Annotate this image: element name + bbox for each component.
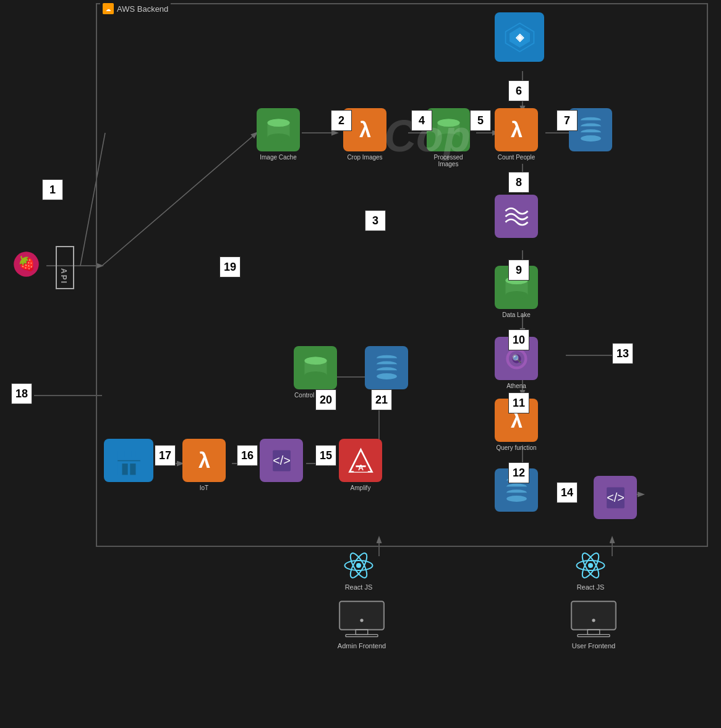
badge-5: 5 <box>470 110 491 131</box>
admin-frontend-monitor: Admin Frontend <box>337 599 386 650</box>
fargate-service <box>104 439 153 482</box>
badge-15: 15 <box>315 445 336 466</box>
amplify-label: Amplify <box>351 485 371 491</box>
raspberry-pi-icon: 🍓 <box>12 250 40 278</box>
svg-point-46 <box>581 135 601 142</box>
crop-images-label: Crop Images <box>347 154 382 161</box>
badge-13: 13 <box>612 343 633 364</box>
badge-7: 7 <box>557 110 578 131</box>
data-lake-label: Data Lake <box>502 311 531 318</box>
rekognition-icon: ◈ <box>495 12 544 62</box>
svg-rect-66 <box>117 451 122 457</box>
appsync-right: </> <box>594 476 637 519</box>
appsync-middle-icon: </> <box>260 439 303 482</box>
svg-rect-65 <box>117 455 140 475</box>
svg-rect-105 <box>571 601 616 630</box>
svg-rect-69 <box>135 451 140 457</box>
react-admin: React JS <box>343 550 374 591</box>
badge-10: 10 <box>508 329 529 350</box>
svg-text:🍓: 🍓 <box>18 255 36 272</box>
svg-rect-97 <box>356 630 368 635</box>
svg-point-29 <box>267 133 289 141</box>
svg-rect-71 <box>130 463 135 475</box>
iot-lambda: λ IoT <box>182 439 226 491</box>
fargate-icon <box>104 439 153 482</box>
rekognition-service: ◈ <box>495 12 544 62</box>
badge-16: 16 <box>237 445 258 466</box>
api-box: API <box>56 246 74 289</box>
react-admin-label: React JS <box>345 583 373 591</box>
amplify-icon: A <box>339 439 382 482</box>
svg-text:λ: λ <box>510 118 522 142</box>
user-frontend-label: User Frontend <box>572 642 615 650</box>
svg-rect-98 <box>346 635 378 637</box>
badge-18: 18 <box>11 383 32 404</box>
appsync-right-icon: </> <box>594 476 637 519</box>
query-lambda-label: Query function <box>496 444 536 451</box>
svg-text:λ: λ <box>359 118 370 142</box>
svg-text:</>: </> <box>273 453 291 467</box>
svg-rect-96 <box>339 601 384 630</box>
react-user: React JS <box>575 550 606 591</box>
svg-rect-67 <box>124 451 129 457</box>
badge-3: 3 <box>365 210 386 231</box>
svg-rect-68 <box>131 451 135 457</box>
dynamodb-small <box>365 346 408 389</box>
athena-label: Athena <box>506 383 526 389</box>
main-container: ☁ AWS Backend Cop 1 🍓 API 18 19 3 2 <box>0 0 721 728</box>
svg-point-108 <box>592 619 595 622</box>
svg-text:A: A <box>357 463 363 472</box>
svg-point-62 <box>506 496 527 502</box>
kinesis-icon <box>495 195 538 238</box>
svg-point-99 <box>360 619 363 622</box>
dynamodb-small-icon <box>365 346 408 389</box>
aws-backend-text: AWS Backend <box>117 4 168 14</box>
appsync-middle: </> <box>260 439 303 482</box>
count-people-icon: λ <box>495 108 538 151</box>
api-label: API <box>59 268 68 284</box>
kinesis-service <box>495 195 538 238</box>
badge-19: 19 <box>220 256 241 277</box>
badge-8: 8 <box>508 172 529 193</box>
svg-text:☁: ☁ <box>106 7 111 12</box>
image-cache-label: Image Cache <box>260 154 296 161</box>
badge-20: 20 <box>315 389 336 410</box>
aws-icon: ☁ <box>103 3 114 14</box>
user-frontend-monitor: User Frontend <box>569 599 618 650</box>
badge-1: 1 <box>42 179 63 200</box>
badge-2: 2 <box>331 110 352 131</box>
svg-point-49 <box>505 290 527 298</box>
image-cache-icon <box>257 108 300 151</box>
admin-monitor-icon <box>337 599 386 640</box>
aws-backend-label: ☁ AWS Backend <box>100 3 171 14</box>
svg-rect-107 <box>578 635 610 637</box>
badge-9: 9 <box>508 260 529 281</box>
badge-11: 11 <box>508 392 529 413</box>
badge-14: 14 <box>557 482 578 503</box>
badge-12: 12 <box>508 462 529 483</box>
svg-text:◈: ◈ <box>515 32 524 43</box>
svg-rect-70 <box>122 463 127 475</box>
iot-lambda-icon: λ <box>182 439 226 482</box>
svg-point-90 <box>377 373 397 379</box>
badge-17: 17 <box>155 445 176 466</box>
svg-text:🔍: 🔍 <box>511 354 521 364</box>
badge-21: 21 <box>371 389 392 410</box>
image-cache-s3: Image Cache <box>257 108 300 161</box>
svg-point-83 <box>304 357 326 365</box>
svg-text:</>: </> <box>607 490 625 504</box>
svg-point-100 <box>588 563 593 568</box>
user-monitor-icon <box>569 599 618 640</box>
react-user-label: React JS <box>577 583 605 591</box>
count-people-lambda: λ Count People <box>495 108 538 161</box>
control-images-icon <box>294 346 337 389</box>
react-user-icon <box>575 550 606 581</box>
count-people-label: Count People <box>498 154 535 161</box>
react-admin-icon <box>343 550 374 581</box>
badge-6: 6 <box>508 80 529 101</box>
svg-point-82 <box>304 371 326 379</box>
amplify-service: A Amplify <box>339 439 382 491</box>
svg-rect-106 <box>587 630 600 635</box>
iot-label: IoT <box>200 485 208 491</box>
admin-frontend-label: Admin Frontend <box>338 642 386 650</box>
